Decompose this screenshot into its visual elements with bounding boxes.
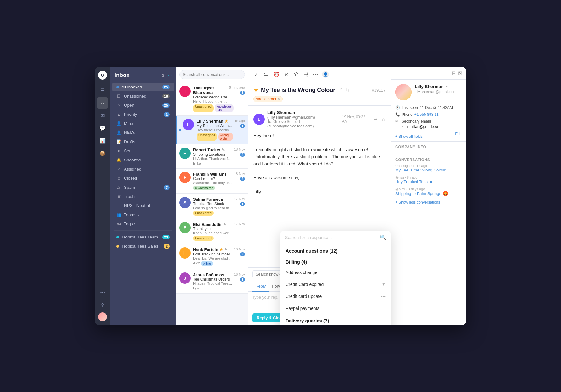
conv-link-title[interactable]: Hey Tropical Tees xyxy=(395,179,428,184)
sidebar-item-mine[interactable]: 👤 Mine xyxy=(112,119,174,128)
reply-action-icon[interactable]: ↩ xyxy=(374,117,378,122)
unread-indicator xyxy=(179,129,181,131)
conv-search-box xyxy=(176,67,248,82)
show-all-fields-link[interactable]: + Show all fields xyxy=(395,134,423,139)
tags-icon: 🏷 xyxy=(116,221,121,226)
conv-item-robert[interactable]: R Robert Tucker ✎ Shipping Locations Hi … xyxy=(176,144,248,169)
conv-avatar: J xyxy=(179,272,191,284)
sidebar-item-label: Spam xyxy=(124,185,135,190)
star-message-icon[interactable]: ☆ xyxy=(381,117,386,122)
tag-close-icon[interactable]: × xyxy=(278,97,280,101)
sidebar-item-label: Nick's xyxy=(124,130,135,135)
conv-subject: Thank you xyxy=(193,227,233,231)
canned-item-address-change[interactable]: Address change xyxy=(280,266,391,278)
delete-icon[interactable]: 🗑 xyxy=(292,70,300,79)
print-icon[interactable]: ⎙ xyxy=(346,87,349,93)
conv-time: 17 Nov xyxy=(234,197,245,201)
compose-icon[interactable]: ✏ xyxy=(168,73,172,78)
conv-item-henk[interactable]: H Henk Fortuin ★ ✎ Lost Tracking Number … xyxy=(176,244,248,269)
star-icon[interactable]: ★ xyxy=(253,87,258,93)
conv-assignee: Alex xyxy=(193,261,200,266)
more-options-icon[interactable]: ••• xyxy=(312,70,319,79)
sidebar-item-all-inboxes[interactable]: All inboxes 25 xyxy=(112,83,174,91)
conv-count: 5 xyxy=(240,252,245,256)
sidebar-item-nps[interactable]: — NPS - Neutral xyxy=(112,201,174,210)
conv-tag: Unassigned xyxy=(193,236,214,241)
sidebar-item-snoozed[interactable]: 🔔 Snoozed xyxy=(112,156,174,164)
conversations-section-title: Conversations xyxy=(395,158,462,162)
conv-link-title[interactable]: My Tee is the Wrong Colour xyxy=(395,168,462,172)
conv-name: Thakurjeet Bharwana xyxy=(193,86,228,95)
assign-icon[interactable]: 👤 xyxy=(322,71,329,78)
secondary-email-link[interactable]: s.mcmillan@gmail.com xyxy=(402,125,441,129)
help-nav-icon[interactable]: ? xyxy=(97,300,108,311)
secondary-email-label: Secondary emails xyxy=(402,119,431,124)
search-input[interactable] xyxy=(179,70,245,79)
user-avatar[interactable] xyxy=(98,312,107,321)
canned-response-dropdown: 🔍 Account questions (12) Billing (4) Add… xyxy=(280,231,391,325)
sidebar-item-priority[interactable]: ▲ Priority 1 xyxy=(112,110,174,119)
canned-search-input[interactable] xyxy=(285,235,377,240)
conv-avatar: L xyxy=(183,119,194,130)
canned-item-paypal[interactable]: Paypal payments xyxy=(280,302,391,314)
label-icon[interactable]: 🏷 xyxy=(262,70,269,79)
conv-time: 5 min. ago xyxy=(229,86,245,89)
sidebar-item-nicks[interactable]: 👤 Nick's xyxy=(112,128,174,137)
edit-contact-link[interactable]: Edit xyxy=(455,132,462,139)
sidebar-item-sent[interactable]: ➤ Sent xyxy=(112,147,174,155)
secondary-email-value: s.mcmillan@gmail.com xyxy=(395,124,462,129)
canned-item-credit-update[interactable]: Credit card update ••• xyxy=(280,290,391,302)
message-to: To: Groove Support (support@tropicaltees… xyxy=(267,120,340,128)
inbox-nav-icon[interactable]: ✉ xyxy=(97,110,108,121)
sidebar-item-drafts[interactable]: 📝 Drafts xyxy=(112,137,174,146)
sidebar-item-tropical-team[interactable]: Tropical Tees Team 23 xyxy=(112,233,174,241)
chat-nav-icon[interactable]: 💬 xyxy=(97,122,108,134)
conv-count: 1 xyxy=(240,91,245,95)
canned-item-credit-expired[interactable]: Credit Card expired ▼ xyxy=(280,278,391,290)
chevron-down-icon[interactable]: ▼ xyxy=(445,84,449,89)
sidebar-item-trash[interactable]: 🗑 Trash xyxy=(112,192,174,201)
conv-link-title[interactable]: Shipping to Palm Springs xyxy=(395,191,441,196)
timer-icon[interactable]: ⊙ xyxy=(283,70,290,79)
chart-nav-icon[interactable]: 📊 xyxy=(97,135,108,146)
expand-icon[interactable]: ⌃ xyxy=(339,87,343,93)
collapse-icon[interactable]: ⊠ xyxy=(458,70,462,76)
conv-item-elsi[interactable]: E Elsi Hansdottir ✎ Thank you Keep up th… xyxy=(176,219,248,244)
conv-count: 1 xyxy=(240,202,245,206)
conv-item-jesus[interactable]: J Jesus Bañuelos Tee Christmas Orders Hi… xyxy=(176,269,248,294)
sidebar-item-tags[interactable]: 🏷 Tags › xyxy=(112,220,174,228)
conv-item-salma[interactable]: S Salma Fonseca Tropical Tee Stock I am … xyxy=(176,194,248,219)
conv-item-lilly[interactable]: L Lilly Sherman ★ My Tee is the Wrong Co… xyxy=(176,116,248,144)
sidebar-item-tropical-sales[interactable]: Tropical Tees Sales 2 xyxy=(112,242,174,250)
sidebar-item-unassigned[interactable]: ☐ Unassigned 18 xyxy=(112,92,174,100)
sidebar-item-closed[interactable]: ⊗ Closed xyxy=(112,174,174,182)
sidebar-item-spam[interactable]: ⚠ Spam 7 xyxy=(112,183,174,192)
show-less-conversations-link[interactable]: + Show less conversations xyxy=(395,200,440,204)
box-nav-icon[interactable]: 📦 xyxy=(97,148,108,159)
home-nav-icon[interactable]: ⌂ xyxy=(97,97,108,109)
sidebar-item-assigned[interactable]: ✓ Assigned xyxy=(112,165,174,173)
sidebar-badge: 25 xyxy=(162,85,170,89)
pulse-nav-icon[interactable]: 〜 xyxy=(97,287,108,299)
conv-info: Elsi Hansdottir ✎ Thank you Keep up the … xyxy=(193,222,233,241)
settings-icon[interactable]: ⚙ xyxy=(161,73,165,78)
menu-icon[interactable]: ☰ xyxy=(97,85,108,96)
more-icon: ••• xyxy=(381,294,386,299)
phone-value[interactable]: +1 555 898 11 xyxy=(414,112,439,117)
sidebar-item-teams[interactable]: 👥 Teams › xyxy=(112,210,174,219)
sidebar-item-label: Mine xyxy=(124,121,133,126)
merge-icon[interactable]: ⇶ xyxy=(303,70,309,79)
show-all-row: + Show all fields Edit xyxy=(395,132,462,139)
tab-reply[interactable]: Reply xyxy=(252,281,269,292)
conv-assignee: Erika xyxy=(193,161,233,165)
conv-item-thakurjeet[interactable]: T Thakurjeet Bharwana I ordered wrong si… xyxy=(176,82,248,116)
sidebar-item-label: Drafts xyxy=(124,139,135,144)
resolve-button[interactable]: ✓ xyxy=(253,70,259,79)
filter-icon[interactable]: ⊟ xyxy=(452,70,456,76)
conv-item-franklin[interactable]: F Franklin Williams Can I return? Awesom… xyxy=(176,169,248,194)
snooze-icon[interactable]: ⏰ xyxy=(272,70,281,79)
sidebar-item-label: Unassigned xyxy=(124,94,146,98)
conv-name: Salma Fonseca xyxy=(193,197,233,202)
canned-category-billing: Billing (4) xyxy=(280,255,391,266)
sidebar-item-open[interactable]: ○ Open 25 xyxy=(112,101,174,109)
